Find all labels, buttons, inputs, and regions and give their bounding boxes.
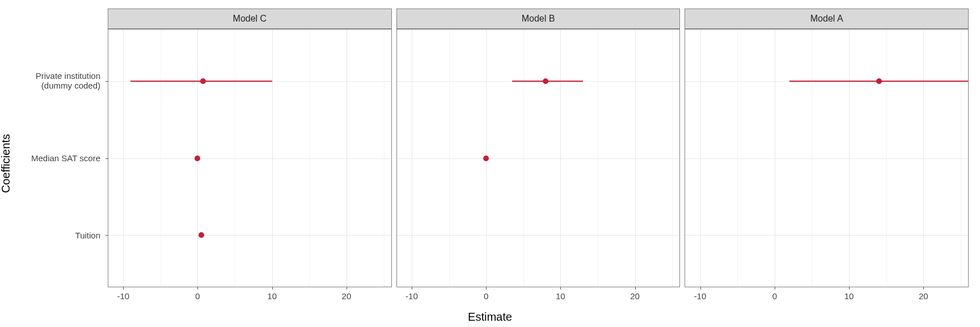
x-tickmark (272, 287, 273, 290)
x-tick-label: 10 (844, 291, 854, 301)
facet-strip: Model A (685, 9, 969, 29)
x-tickmark (923, 287, 924, 290)
x-tickmark (123, 287, 124, 290)
x-tick-label: 20 (342, 291, 352, 301)
gridline (397, 235, 680, 236)
x-tickmark (560, 287, 561, 290)
x-tick-label: 10 (267, 291, 277, 301)
plot-area: -1001020 (108, 29, 392, 287)
y-tick-label: Tuition (75, 230, 100, 240)
facet-panel: Model A-1001020 (685, 9, 969, 287)
facet-panel: Model B-1001020 (396, 9, 681, 287)
point-estimate (483, 156, 489, 161)
x-tick-label: -10 (405, 291, 418, 301)
x-tick-label: 20 (630, 291, 640, 301)
point-estimate (198, 232, 204, 238)
x-tick-label: 0 (772, 291, 777, 301)
plot-area: -1001020 (396, 29, 681, 287)
x-tick-label: -10 (117, 291, 129, 301)
x-tick-label: 20 (919, 291, 928, 301)
y-axis-label: Coefficients (0, 134, 12, 193)
x-tickmark (849, 287, 850, 290)
x-tickmark (412, 287, 412, 290)
gridline (685, 158, 968, 159)
y-tickmark (105, 158, 108, 159)
coefficient-plot: Coefficients Estimate Private institutio… (0, 0, 980, 327)
plot-area: -1001020 (685, 29, 969, 287)
x-tickmark (775, 287, 775, 290)
x-tickmark (486, 287, 487, 290)
y-tick-labels: Private institution (dummy coded)Median … (17, 9, 105, 287)
y-tickmark (105, 235, 108, 236)
x-axis-label: Estimate (468, 311, 512, 324)
x-tickmark (197, 287, 198, 290)
y-tick-label: Private institution (dummy coded) (36, 71, 100, 91)
facet-panel: Model C-1001020 (108, 9, 392, 287)
x-tick-label: 0 (195, 291, 200, 301)
gridline (685, 235, 968, 236)
facet-panels: Model C-1001020Model B-1001020Model A-10… (108, 9, 969, 287)
facet-strip: Model B (396, 9, 681, 29)
point-estimate (543, 78, 548, 84)
point-estimate (876, 78, 882, 84)
x-tickmark (635, 287, 636, 290)
x-tickmark (347, 287, 347, 290)
facet-strip: Model C (108, 9, 392, 29)
y-tick-label: Median SAT score (31, 153, 100, 163)
point-estimate (195, 156, 200, 161)
x-tick-label: 0 (484, 291, 488, 301)
y-tickmark (105, 81, 108, 82)
x-tickmark (700, 287, 701, 290)
point-estimate (200, 78, 206, 84)
gridline (397, 158, 680, 159)
gridline (108, 158, 391, 159)
x-tick-label: 10 (556, 291, 565, 301)
x-tick-label: -10 (694, 291, 707, 301)
gridline (108, 235, 391, 236)
